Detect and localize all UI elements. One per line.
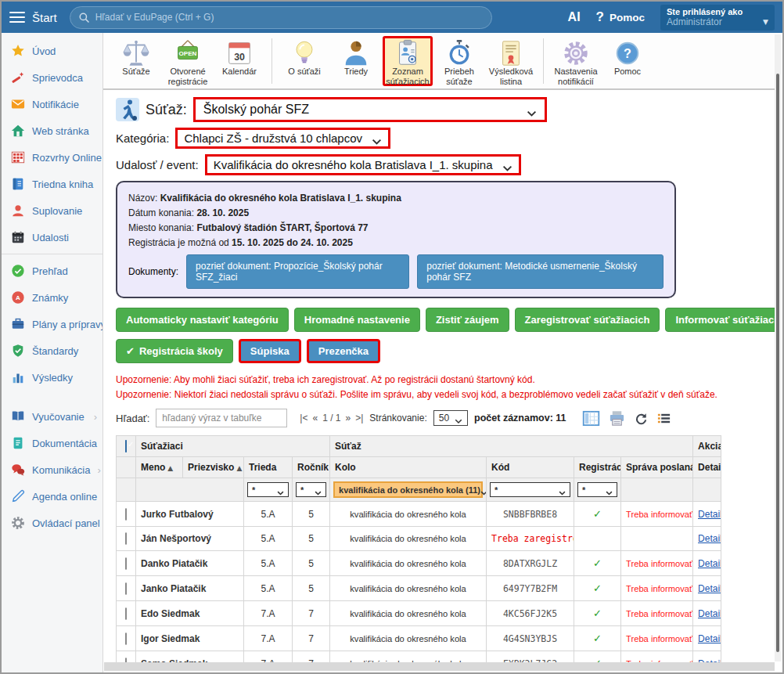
global-search-input[interactable]: Hľadať v EduPage (Ctrl + G) — [70, 6, 492, 29]
vertical-scrollbar-thumb[interactable] — [776, 74, 779, 652]
kod-filter-select[interactable]: * — [490, 482, 570, 497]
print-icon[interactable] — [608, 409, 626, 427]
message-status: Treba informovať! — [621, 576, 693, 601]
detail-link[interactable]: Detail — [698, 533, 721, 544]
rocnik-filter-select[interactable]: * — [296, 482, 326, 497]
list-view-icon[interactable] — [656, 411, 671, 426]
user-role: Administrátor — [667, 16, 722, 27]
participant-grade: 7 — [293, 601, 330, 626]
event-place-value: Futbalový štadión ŠTART, Športová 77 — [196, 222, 368, 233]
toolbar-item-sutaze[interactable]: Súťaže — [111, 36, 161, 86]
toolbar-item-vysledkova-listina[interactable]: Výsledková listina — [486, 36, 536, 86]
row-checkbox[interactable] — [125, 633, 127, 645]
hromadne-nastavenie-button[interactable]: Hromadné nastavenie — [294, 308, 420, 332]
row-checkbox[interactable] — [125, 582, 127, 595]
message-status: Treba informovať! — [621, 551, 693, 576]
refresh-icon[interactable] — [634, 411, 649, 426]
sidebar-item-agenda-online[interactable]: Agenda online — [2, 483, 102, 510]
supiska-button[interactable]: Súpiska — [239, 339, 301, 363]
sidebar-item-prehlad[interactable]: Prehľad — [2, 258, 102, 284]
toolbar-item-otvorene-registracie[interactable]: OPENOtvorené registrácie — [163, 36, 213, 86]
document-icon — [11, 436, 25, 450]
hamburger-menu-icon[interactable] — [9, 9, 25, 26]
toolbar-item-triedy[interactable]: Triedy — [331, 36, 381, 86]
sidebar-item-vysledky[interactable]: Výsledky — [2, 364, 102, 391]
document-button[interactable]: pozrieť dokument: Propozície_Školský poh… — [186, 254, 409, 289]
pager-first-button[interactable]: |< — [300, 413, 307, 424]
informovat-sutaziacich-button[interactable]: Informovať súťažiacich — [665, 308, 776, 332]
zistit-zaujem-button[interactable]: Zistiť záujem — [426, 308, 509, 332]
module-toolbar: SúťažeOPENOtvorené registrácie30Kalendár… — [103, 33, 776, 90]
substitution-icon — [11, 204, 25, 218]
sidebar-item-suplovanie[interactable]: Suplovanie — [2, 197, 102, 224]
sidebar-item-znamky[interactable]: AZnámky — [2, 284, 102, 311]
sidebar-item-label: Udalosti — [32, 232, 69, 243]
pager-last-button[interactable]: >| — [355, 413, 363, 424]
select-all-cell — [117, 436, 136, 457]
sidebar-item-label: Notifikácie — [32, 99, 79, 110]
trieda-filter-select[interactable]: * — [247, 482, 289, 497]
sidebar-item-udalosti[interactable]: Udalosti — [2, 224, 102, 250]
sidebar-item-plany-a-pripravy[interactable]: Plány a prípravy — [2, 311, 102, 337]
document-button[interactable]: pozrieť dokument: Metodické usmernenie_Š… — [417, 254, 664, 289]
sidebar-item-triedna-kniha[interactable]: Triedna kniha — [2, 171, 102, 197]
select-all-checkbox[interactable] — [125, 440, 127, 452]
column-header-meno[interactable]: Meno▲ — [136, 457, 183, 478]
pagination: |< « 1 / 1 » >| — [300, 413, 363, 424]
pager-next-button[interactable]: » — [346, 413, 351, 424]
detail-link[interactable]: Detail — [698, 558, 721, 569]
row-checkbox[interactable] — [125, 532, 127, 545]
sidebar-item-komunikacia[interactable]: Komunikácia› — [2, 456, 102, 483]
registration-check: ✓ — [574, 601, 621, 626]
horizontal-scrollbar-track[interactable] — [104, 662, 775, 671]
automaticky-nastavit-kategoriu-button[interactable]: Automaticky nastaviť kategóriu — [116, 308, 289, 332]
row-checkbox[interactable] — [125, 508, 127, 521]
toolbar-item-pomoc[interactable]: ?Pomoc — [602, 36, 653, 86]
pen-icon — [11, 489, 25, 503]
toolbar-item-zoznam-sutaziacich[interactable]: Zoznam súťažiacich — [383, 36, 433, 86]
detail-link[interactable]: Detail — [698, 633, 721, 644]
page-size-select[interactable]: 50 — [433, 410, 468, 426]
detail-link[interactable]: Detail — [698, 608, 721, 619]
start-code: 8DATXRGJLZ — [487, 551, 574, 576]
row-checkbox[interactable] — [125, 607, 127, 620]
kolo-filter-select[interactable]: kvalifikácia do okresného kola (11) — [333, 481, 483, 498]
user-menu[interactable]: Ste prihlásený ako Administrátor ▼ — [660, 5, 775, 31]
vertical-scrollbar-track[interactable] — [775, 34, 781, 661]
participants-table: Súťažiaci Súťaž Akcia Meno▲ Priezvisko▲ … — [116, 435, 721, 662]
sidebar-item-notifikacie[interactable]: Notifikácie — [2, 91, 102, 117]
event-select[interactable]: Kvalifikácia do okresného kola Bratislav… — [205, 154, 521, 175]
sidebar-item-vyucovanie[interactable]: Vyučovanie› — [2, 403, 102, 430]
toolbar-item-nastavenia-notifikacii[interactable]: Nastavenia notifikácií — [551, 36, 601, 86]
sidebar-item-sprievodca[interactable]: Sprievodca — [2, 64, 102, 91]
competition-select[interactable]: Školský pohár SFZ — [193, 97, 547, 122]
start-menu[interactable]: Štart — [32, 11, 57, 24]
toolbar-item-priebeh-sutaze[interactable]: Priebeh súťaže — [434, 36, 484, 86]
columns-icon[interactable] — [582, 409, 600, 427]
table-search-input[interactable] — [156, 409, 287, 427]
sidebar-item-label: Rozvrhy Online — [32, 152, 102, 164]
sidebar-item-rozvrhy-online[interactable]: Rozvrhy Online — [2, 144, 102, 171]
sidebar-item-uvod[interactable]: Úvod — [2, 38, 102, 64]
help-button[interactable]: ? Pomoc — [596, 9, 645, 25]
registracia-filter-select[interactable]: * — [577, 482, 617, 497]
detail-link[interactable]: Detail — [698, 509, 721, 520]
ai-button[interactable]: AI — [568, 10, 581, 24]
zaregistrovat-sutaziacich-button[interactable]: Zaregistrovať súťažiacich — [515, 308, 660, 332]
column-header-priezvisko[interactable]: Priezvisko▲ — [183, 457, 244, 478]
sidebar-item-label: Vyučovanie — [32, 411, 85, 423]
sidebar-item-ovladaci-panel[interactable]: Ovládací panel — [2, 510, 102, 536]
sidebar-item-web-stranka[interactable]: Web stránka — [2, 117, 102, 144]
toolbar-item-kalendar[interactable]: 30Kalendár — [214, 36, 264, 86]
table-row: Danko Piatačik5.A5kvalifikácia do okresn… — [117, 551, 721, 576]
row-checkbox[interactable] — [125, 557, 127, 570]
detail-link[interactable]: Detail — [698, 583, 721, 594]
pager-prev-button[interactable]: « — [312, 413, 318, 424]
prezencka-button[interactable]: Prezenčka — [307, 339, 380, 363]
sidebar-item-label: Úvod — [32, 45, 56, 57]
sidebar-item-standardy[interactable]: Štandardy — [2, 337, 102, 364]
category-select[interactable]: Chlapci ZŠ - družstvá 10 chlapcov — [175, 128, 390, 149]
registracia-skoly-button[interactable]: ✔Registrácia školy — [116, 339, 233, 363]
toolbar-item-o-sutazi[interactable]: O súťaži — [279, 36, 329, 86]
sidebar-item-dokumentacia[interactable]: Dokumentácia› — [2, 430, 102, 456]
